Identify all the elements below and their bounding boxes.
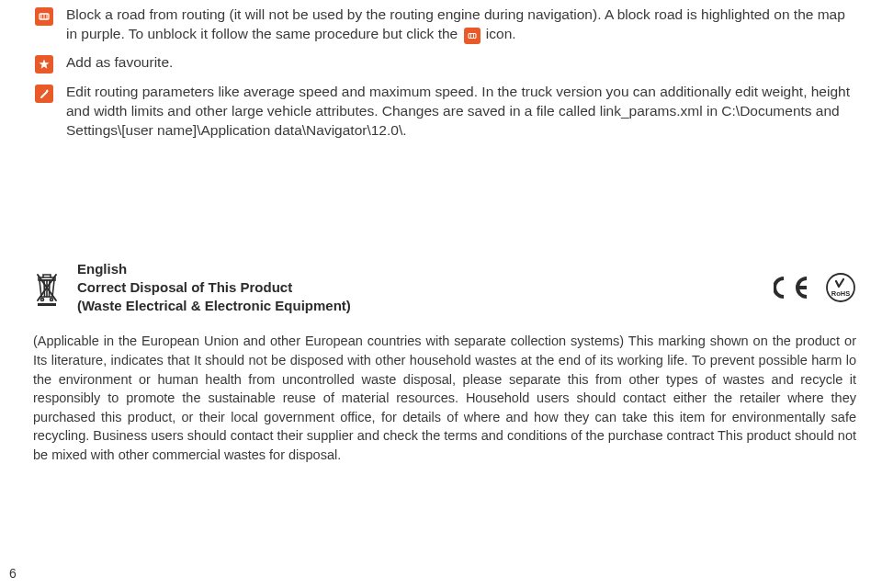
svg-text:RoHS: RoHS bbox=[831, 289, 850, 298]
disposal-body-text: (Applicable in the European Union and ot… bbox=[33, 332, 856, 464]
instruction-row: Edit routing parameters like average spe… bbox=[33, 83, 856, 141]
text-lead: Add as favourite. bbox=[66, 54, 173, 70]
unblock-road-icon bbox=[464, 28, 481, 44]
icon-cell bbox=[33, 53, 55, 74]
edit-params-icon bbox=[35, 85, 53, 103]
instruction-text: Add as favourite. bbox=[55, 53, 856, 73]
compliance-marks: RoHS bbox=[774, 272, 856, 303]
svg-rect-4 bbox=[469, 33, 476, 38]
svg-point-12 bbox=[51, 299, 53, 301]
disposal-title-lang: English bbox=[77, 260, 351, 278]
weee-bin-icon bbox=[33, 269, 61, 306]
block-road-icon bbox=[35, 7, 53, 26]
page-number: 6 bbox=[9, 566, 17, 581]
svg-rect-15 bbox=[38, 303, 56, 306]
disposal-title-main: Correct Disposal of This Product bbox=[77, 278, 351, 297]
instruction-row: Add as favourite. bbox=[33, 53, 856, 74]
favourite-star-icon bbox=[35, 55, 53, 74]
svg-point-11 bbox=[41, 299, 44, 301]
rohs-mark-icon: RoHS bbox=[825, 272, 856, 303]
ce-mark-icon bbox=[774, 272, 820, 303]
disposal-section: English Correct Disposal of This Product… bbox=[33, 260, 856, 465]
disposal-title-sub: (Waste Electrical & Electronic Equipment… bbox=[77, 297, 351, 315]
disposal-header: English Correct Disposal of This Product… bbox=[33, 260, 856, 316]
icon-cell bbox=[33, 6, 55, 26]
instruction-text: Edit routing parameters like average spe… bbox=[55, 83, 856, 141]
instruction-text: Block a road from routing (it will not b… bbox=[55, 6, 856, 44]
text-lead: Edit routing parameters like average spe… bbox=[66, 84, 850, 138]
instruction-row: Block a road from routing (it will not b… bbox=[33, 6, 856, 44]
disposal-titles: English Correct Disposal of This Product… bbox=[61, 260, 351, 316]
text-trail: icon. bbox=[482, 26, 516, 41]
disposal-header-left: English Correct Disposal of This Product… bbox=[33, 260, 351, 316]
text-lead: Block a road from routing (it will not b… bbox=[66, 6, 845, 41]
icon-cell bbox=[33, 83, 55, 103]
